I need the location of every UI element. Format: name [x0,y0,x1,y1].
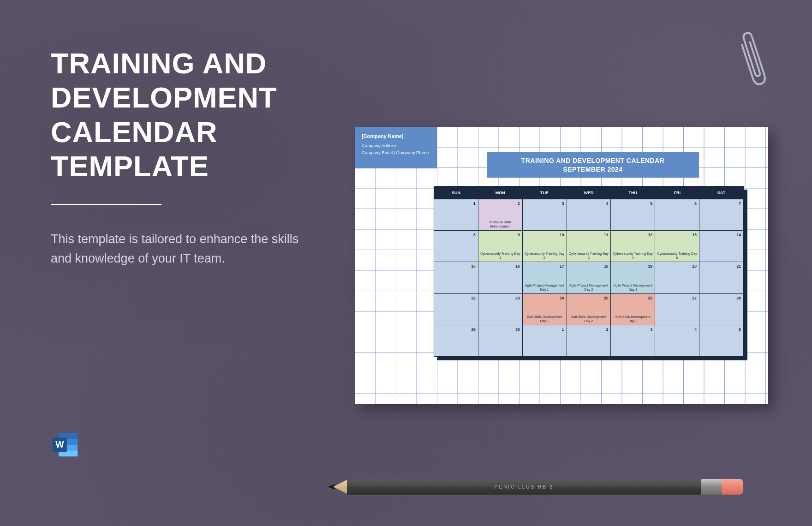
calendar-cell: 15 [434,262,478,293]
pencil-label: PENICILLUS HB 2 [495,484,554,490]
pencil-eraser [722,479,743,495]
day-header: TUE [522,186,567,199]
event-label: Soft Skills Development Day 1 [524,315,565,323]
calendar-cell: 28 [699,293,744,325]
calendar-title-line2: SEPTEMBER 2024 [487,165,699,174]
calendar-cell: 20 [655,262,699,293]
event-label: Soft Skills Development Day 3 [612,315,653,323]
calendar-cell: 7 [699,199,744,231]
pencil-ferrule [701,479,722,495]
calendar-cell: 22 [434,293,478,325]
calendar-cell: 21 [699,262,744,293]
event-label: Agile Project Management Day 2 [568,283,609,292]
calendar-cell: 1 [434,199,478,231]
calendar-cell: 19Agile Project Management Day 3 [611,262,655,293]
company-address: Company Address [362,142,430,149]
svg-text:W: W [55,439,64,449]
calendar-cell: 4 [567,199,611,231]
template-preview: [Company Name] Company Address Company E… [355,127,768,404]
pencil-wood [333,479,349,495]
calendar-cell: 10Cybersecurity Training Day 2 [522,231,567,262]
calendar-cell: 4 [655,325,699,356]
description-text: This template is tailored to enhance the… [51,230,304,269]
calendar-cell: 13Cybersecurity Training Day 5 [655,231,699,262]
calendar-cell: 24Soft Skills Development Day 1 [522,293,567,325]
calendar-cell: 16 [478,262,522,293]
event-label: Agile Project Management Day 1 [524,283,565,292]
calendar-cell: 18Agile Project Management Day 2 [567,262,611,293]
calendar-cell: 3 [611,325,655,356]
calendar-grid: SUNMONTUEWEDTHUFRISAT12Technical Skills … [434,186,744,357]
event-label: Cybersecurity Training Day 2 [524,251,565,260]
event-label: Cybersecurity Training Day 4 [612,251,653,260]
calendar-cell: 8 [434,231,478,262]
calendar-cell: 23 [478,293,522,325]
word-icon: W [51,430,79,459]
calendar-cell: 3 [522,199,567,231]
title-divider [51,204,161,205]
calendar-cell: 5 [699,325,744,356]
calendar-cell: 17Agile Project Management Day 1 [522,262,567,293]
calendar-cell: 12Cybersecurity Training Day 4 [611,231,655,262]
calendar-cell: 29 [434,325,478,356]
day-header: SAT [699,186,744,199]
calendar-cell: 25Soft Skills Development Day 2 [567,293,611,325]
calendar-cell: 2 [567,325,611,356]
day-header: FRI [655,186,699,199]
calendar-cell: 30 [478,325,522,356]
day-header: WED [567,186,611,199]
calendar-cell: 5 [611,199,655,231]
event-label: Technical Skills Enhancement [480,220,521,228]
calendar-title-line1: TRAINING AND DEVELOPMENT CALENDAR [487,156,699,165]
calendar-cell: 26Soft Skills Development Day 3 [611,293,655,325]
event-label: Soft Skills Development Day 2 [568,315,609,323]
page-title: TRAINING ANDDEVELOPMENTCALENDARTEMPLATE [51,46,277,183]
company-contact: Company Email | Company Phone [362,149,430,156]
calendar-cell: 1 [522,325,567,356]
calendar-cell: 6 [655,199,699,231]
pencil-body: PENICILLUS HB 2 [347,479,701,495]
day-header: MON [478,186,522,199]
event-label: Agile Project Management Day 3 [612,283,653,292]
day-header: THU [611,186,655,199]
calendar-cell: 11Cybersecurity Training Day 3 [567,231,611,262]
company-name: [Company Name] [362,132,430,141]
event-label: Cybersecurity Training Day 5 [657,251,698,260]
calendar-cell: 9Cybersecurity Training Day 1 [478,231,522,262]
calendar-cell: 2Technical Skills Enhancement [478,199,522,231]
event-label: Cybersecurity Training Day 1 [480,251,521,260]
pencil-graphic: PENICILLUS HB 2 [328,479,743,495]
calendar-cell: 14 [699,231,744,262]
event-label: Cybersecurity Training Day 3 [568,251,609,260]
calendar-cell: 27 [655,293,699,325]
day-header: SUN [434,186,478,199]
calendar-title-banner: TRAINING AND DEVELOPMENT CALENDAR SEPTEM… [487,152,699,178]
company-info-block: [Company Name] Company Address Company E… [355,127,437,168]
